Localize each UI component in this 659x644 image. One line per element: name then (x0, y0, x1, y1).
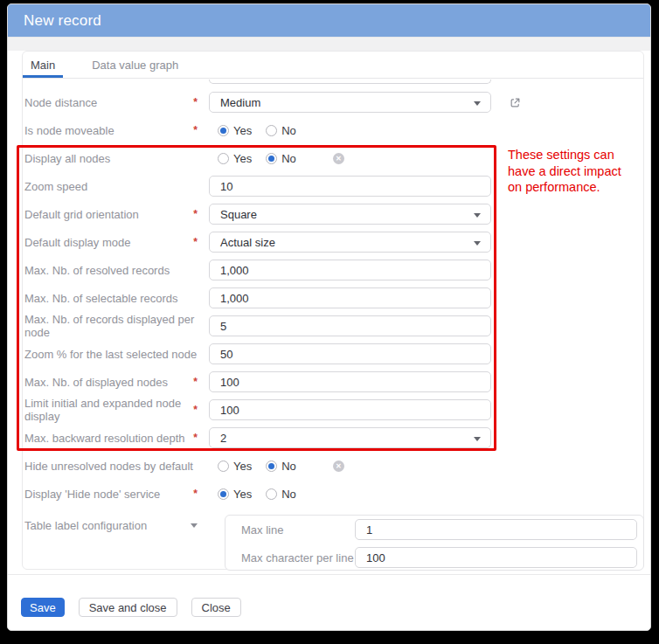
field-label-column: Is node moveable* (24, 124, 209, 137)
close-button[interactable]: Close (191, 598, 241, 617)
radio-option-no[interactable]: No (266, 124, 296, 137)
group-field-row: Max line (225, 519, 643, 540)
field-label-column: Node distance* (24, 96, 209, 109)
radio-label: Yes (233, 152, 252, 165)
chevron-down-icon (474, 437, 481, 441)
field-label: Default display mode (24, 236, 130, 249)
radio-unselected-icon[interactable] (218, 460, 229, 472)
field-label: Zoom % for the last selected node (24, 348, 197, 361)
form-row: Max. backward resolution depth*2 (24, 427, 491, 448)
text-input[interactable] (355, 519, 637, 540)
dropdown[interactable]: Actual size (209, 232, 491, 253)
tab-main-label: Main (31, 59, 55, 72)
radio-label: No (281, 488, 296, 501)
field-label: Max. Nb. of records displayed per node (24, 313, 198, 339)
dropdown-value: Square (220, 208, 257, 221)
tab-bar: Main Data value graph (23, 52, 643, 79)
required-asterisk-icon: * (193, 238, 198, 246)
dropdown[interactable]: Square (209, 204, 491, 225)
required-asterisk-icon: * (193, 405, 198, 414)
clear-icon[interactable]: ✕ (333, 460, 344, 472)
radio-option-no[interactable]: No (266, 488, 296, 501)
chevron-down-icon[interactable] (191, 523, 198, 528)
required-asterisk-icon: * (193, 377, 198, 386)
field-label: Limit initial and expanded node display (24, 397, 193, 423)
radio-selected-icon[interactable] (218, 125, 229, 136)
field-label: Max. Nb. of displayed nodes (24, 376, 168, 389)
field-label-column: Table label configuration (24, 515, 209, 532)
radio-option-yes[interactable]: Yes (218, 124, 252, 137)
dropdown-value: Medium (220, 96, 260, 109)
text-input[interactable] (209, 176, 491, 197)
footer-buttons: Save Save and close Close (21, 598, 241, 617)
radio-unselected-icon[interactable] (218, 153, 229, 164)
tab-main[interactable]: Main (23, 52, 63, 78)
field-label-column: Hide unresolved nodes by default (24, 460, 209, 473)
text-input[interactable] (209, 343, 491, 364)
tab-data-value-graph[interactable]: Data value graph (84, 52, 186, 78)
cut-off-input[interactable] (209, 80, 491, 84)
external-link-icon[interactable] (510, 97, 521, 108)
radio-unselected-icon[interactable] (266, 125, 277, 136)
required-asterisk-icon: * (193, 433, 198, 442)
form-row: Max. Nb. of displayed nodes* (24, 371, 491, 392)
radio-option-yes[interactable]: Yes (218, 488, 252, 501)
form-row: Display all nodesYesNo✕ (24, 148, 344, 169)
field-label: Node distance (24, 96, 97, 109)
field-label: Max. Nb. of selectable records (24, 292, 178, 305)
field-label-column: Max. Nb. of displayed nodes* (24, 376, 209, 389)
radio-group: YesNo (209, 124, 310, 137)
radio-option-no[interactable]: No (266, 152, 296, 165)
radio-selected-icon[interactable] (266, 460, 277, 472)
dropdown[interactable]: 2 (209, 427, 491, 448)
field-label-column: Zoom speed (24, 180, 209, 193)
field-label: Is node moveable (24, 124, 114, 137)
form-row: Zoom speed (24, 176, 491, 197)
field-label-column: Display 'Hide node' service* (24, 488, 209, 501)
titlebar-strip (8, 37, 650, 51)
save-and-close-button[interactable]: Save and close (79, 598, 177, 617)
dropdown-value: 2 (220, 432, 226, 445)
dropdown-value: Actual size (220, 236, 275, 249)
form-row: Display 'Hide node' service*YesNo (24, 483, 310, 504)
chevron-down-icon (474, 241, 481, 246)
field-label-column: Max. Nb. of selectable records (24, 292, 209, 305)
field-label: Max. Nb. of resolved records (24, 264, 170, 277)
text-input[interactable] (209, 315, 491, 336)
radio-label: No (281, 460, 296, 473)
dialog-titlebar: New record (8, 4, 650, 37)
radio-group: YesNo (209, 488, 310, 501)
radio-option-yes[interactable]: Yes (218, 152, 252, 165)
form-row: Is node moveable*YesNo (24, 120, 310, 141)
text-input[interactable] (209, 371, 491, 392)
field-label: Default grid orientation (24, 208, 139, 221)
text-input[interactable] (209, 287, 491, 308)
radio-label: No (281, 152, 296, 165)
field-label-column: Max. Nb. of resolved records (24, 264, 209, 277)
form-row: Zoom % for the last selected node (24, 343, 491, 364)
form-row: Node distance*Medium (24, 92, 521, 113)
radio-option-no[interactable]: No (266, 460, 296, 473)
chevron-down-icon (474, 213, 481, 218)
field-label: Max character per line (225, 551, 355, 564)
form-row: Hide unresolved nodes by defaultYesNo✕ (24, 455, 344, 476)
form-row: Default display mode*Actual size (24, 232, 491, 253)
clear-icon[interactable]: ✕ (333, 153, 344, 164)
text-input[interactable] (209, 399, 491, 420)
text-input[interactable] (209, 260, 491, 280)
save-button[interactable]: Save (21, 598, 65, 617)
radio-label: No (281, 124, 296, 137)
radio-label: Yes (233, 488, 252, 501)
required-asterisk-icon: * (193, 98, 198, 107)
radio-unselected-icon[interactable] (266, 488, 277, 500)
radio-option-yes[interactable]: Yes (218, 460, 252, 473)
dropdown[interactable]: Medium (209, 92, 491, 113)
group-field-row: Max character per line (225, 547, 643, 568)
field-label-column: Display all nodes (24, 152, 209, 165)
field-label-column: Default grid orientation* (24, 208, 209, 221)
required-asterisk-icon: * (193, 210, 198, 218)
radio-selected-icon[interactable] (266, 153, 277, 164)
radio-group: YesNo✕ (209, 152, 344, 165)
radio-selected-icon[interactable] (218, 488, 229, 500)
text-input[interactable] (355, 547, 637, 568)
